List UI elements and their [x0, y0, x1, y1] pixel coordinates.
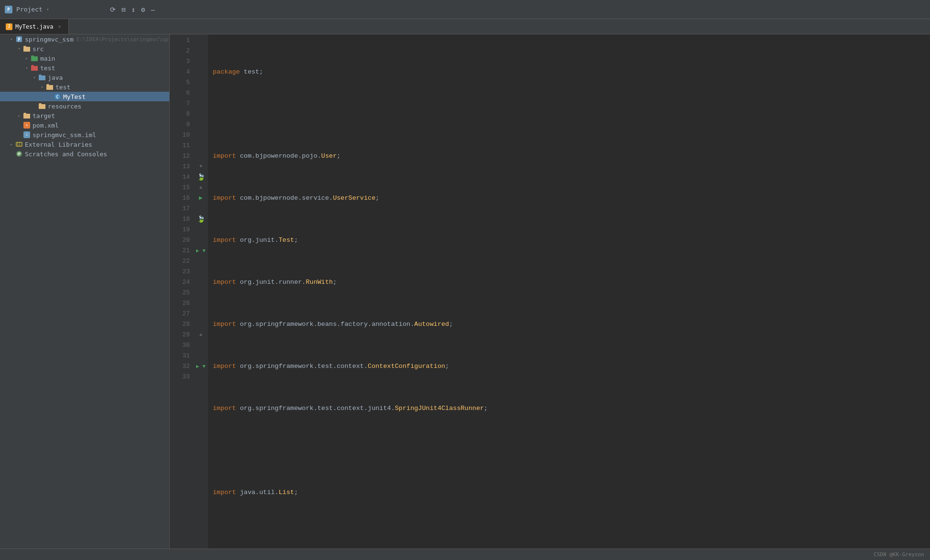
gutter-cell: [194, 277, 208, 288]
folder-resources-icon: [38, 102, 46, 110]
project-icon: P: [5, 6, 12, 13]
sidebar-item-external-libraries[interactable]: ▸ External Libraries: [0, 140, 169, 149]
folder-icon: [23, 45, 31, 53]
line-num: 23: [170, 267, 190, 277]
line-num: 22: [170, 256, 190, 267]
code-line-9: import org.springframework.test.context.…: [213, 403, 930, 414]
gutter-cell: [194, 267, 208, 277]
sidebar-label: resources: [48, 103, 81, 110]
editor: 1 2 3 4 5 6 7 8 9 10 11 12 13 14 15 16 1…: [170, 34, 930, 549]
run-fold-icon[interactable]: ▶ ▼: [194, 246, 208, 256]
line-num: 13: [170, 162, 190, 172]
line-num: 21: [170, 246, 190, 256]
sidebar-item-src[interactable]: ▾ src: [0, 44, 169, 54]
gutter-cell: [194, 372, 208, 382]
close-icon[interactable]: —: [151, 6, 154, 13]
fold-icon[interactable]: ▲: [194, 330, 208, 340]
sidebar-item-java[interactable]: ▾ java: [0, 73, 169, 82]
gutter-cell: [194, 351, 208, 361]
gutter-cell: [194, 319, 208, 330]
title-bar-dropdown-icon[interactable]: ▾: [46, 7, 49, 12]
xml-icon: x: [23, 121, 31, 129]
sidebar-item-resources[interactable]: resources: [0, 101, 169, 111]
arrow-icon: ▸: [8, 142, 15, 147]
line-num: 6: [170, 88, 190, 98]
svg-text:C: C: [56, 95, 59, 99]
line-num: 11: [170, 140, 190, 151]
module-icon: P: [15, 35, 23, 43]
sidebar-item-springmvc-ssm[interactable]: ▾ P springmvc_ssm E:\IDEA\Projects\sprin…: [0, 34, 169, 44]
folder-icon: [46, 83, 54, 91]
line-num: 2: [170, 46, 190, 56]
leaf-icon: 🍃: [194, 214, 208, 225]
line-num: 25: [170, 288, 190, 298]
title-bar-actions: ⟳ ⊟ ↕ ⚙ —: [110, 6, 155, 13]
sidebar-item-test-pkg[interactable]: ▾ test: [0, 82, 169, 92]
main-content: ▾ P springmvc_ssm E:\IDEA\Projects\sprin…: [0, 34, 930, 549]
sidebar-item-test[interactable]: ▾ test: [0, 63, 169, 73]
gutter-cell: [194, 119, 208, 130]
sidebar-label: pom.xml: [33, 122, 59, 129]
tab-close-button[interactable]: ×: [56, 23, 63, 30]
fold-icon[interactable]: ▼: [194, 162, 208, 172]
folder-java-icon: [38, 74, 46, 81]
java-file-icon: J: [6, 23, 12, 30]
line-num: 27: [170, 309, 190, 319]
code-line-5: import org.junit.Test;: [213, 235, 930, 246]
line-num: 5: [170, 77, 190, 88]
collapse-icon[interactable]: ↕: [131, 6, 135, 13]
svg-text:P: P: [18, 37, 21, 42]
line-num: 12: [170, 151, 190, 162]
tab-mytest[interactable]: J MyTest.java ×: [0, 19, 69, 34]
sidebar-label: Scratches and Consoles: [25, 151, 107, 158]
sidebar-item-target[interactable]: ▸ target: [0, 111, 169, 120]
layout-icon[interactable]: ⊟: [121, 6, 125, 13]
line-num: 15: [170, 183, 190, 193]
fold-icon[interactable]: ▲: [194, 183, 208, 193]
line-num: 31: [170, 351, 190, 361]
run-icon[interactable]: ▶: [194, 193, 208, 204]
gutter-cell: [194, 204, 208, 214]
gutter-cell: [194, 340, 208, 351]
sidebar-item-scratches[interactable]: Scratches and Consoles: [0, 149, 169, 159]
line-num: 17: [170, 204, 190, 214]
sidebar-label: main: [40, 55, 55, 62]
gutter-cell: [194, 88, 208, 98]
line-num: 10: [170, 130, 190, 140]
line-num: 26: [170, 298, 190, 309]
gutter-cell: [194, 256, 208, 267]
folder-test-icon: [31, 64, 38, 72]
tab-label: MyTest.java: [15, 23, 53, 30]
sidebar-item-main[interactable]: ▸ main: [0, 54, 169, 63]
arrow-icon: ▾: [23, 65, 31, 70]
title-bar-left: P Project ▾: [5, 6, 100, 13]
gutter: ▼ 🍃 ▲ ▶ 🍃 ▶ ▼: [194, 34, 208, 549]
java-class-icon: C: [54, 93, 61, 100]
scratches-icon: [15, 150, 23, 158]
gutter-cell: [194, 35, 208, 46]
line-num: 29: [170, 330, 190, 340]
sync-icon[interactable]: ⟳: [110, 6, 116, 13]
title-bar: P Project ▾ ⟳ ⊟ ↕ ⚙ —: [0, 0, 930, 19]
line-num: 16: [170, 193, 190, 204]
code-line-7: import org.springframework.beans.factory…: [213, 319, 930, 330]
run-fold-icon2[interactable]: ▶ ▼: [194, 361, 208, 372]
sidebar-item-pom[interactable]: x pom.xml: [0, 120, 169, 130]
line-num: 3: [170, 56, 190, 67]
code-line-12: [213, 529, 930, 540]
folder-target-icon: [23, 112, 31, 119]
sidebar-label: src: [33, 45, 44, 53]
sidebar-label: test: [40, 65, 55, 72]
gutter-cell: [194, 109, 208, 119]
sidebar-item-mytest[interactable]: C MyTest: [0, 92, 169, 101]
sidebar-item-iml[interactable]: i springmvc_ssm.iml: [0, 130, 169, 140]
code-content[interactable]: package test; import com.bjpowernode.poj…: [208, 34, 930, 549]
credit-label: CSDN @KK-Greyson: [874, 551, 924, 558]
gutter-cell: [194, 298, 208, 309]
gutter-cell: [194, 56, 208, 67]
settings-icon[interactable]: ⚙: [141, 6, 145, 13]
libraries-icon: [15, 140, 23, 148]
arrow-icon: ▾: [38, 85, 46, 89]
line-numbers: 1 2 3 4 5 6 7 8 9 10 11 12 13 14 15 16 1…: [170, 34, 194, 549]
code-line-10: [213, 445, 930, 456]
